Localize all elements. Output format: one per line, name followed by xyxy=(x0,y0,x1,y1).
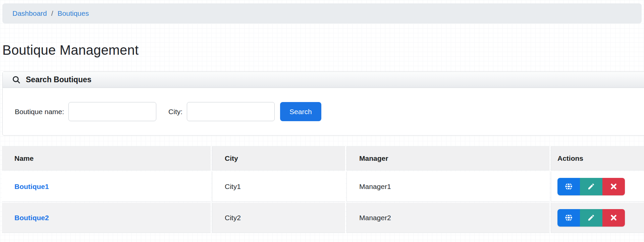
boutiques-table: Name City Manager Actions Boutique1 City… xyxy=(0,145,644,234)
row-actions xyxy=(557,178,625,195)
globe-icon xyxy=(564,213,573,222)
table-row: Boutique1 City1 Manager1 xyxy=(2,172,644,202)
pencil-icon xyxy=(587,183,595,190)
column-header-name: Name xyxy=(2,146,211,171)
globe-icon xyxy=(564,182,573,191)
edit-button[interactable] xyxy=(580,209,602,227)
manager-cell: Manager1 xyxy=(347,172,549,202)
column-header-actions: Actions xyxy=(551,146,644,171)
boutique-name-link[interactable]: Boutique2 xyxy=(14,214,49,222)
city-label: City: xyxy=(168,108,182,116)
page-title: Boutique Management xyxy=(2,43,644,57)
table-header-row: Name City Manager Actions xyxy=(2,146,644,171)
column-header-manager: Manager xyxy=(347,146,549,171)
website-button[interactable] xyxy=(557,209,580,227)
x-icon xyxy=(610,183,617,190)
city-input[interactable] xyxy=(187,102,275,121)
city-cell: City2 xyxy=(212,203,345,233)
boutique-name-link[interactable]: Boutique1 xyxy=(14,183,49,190)
x-icon xyxy=(610,214,617,221)
search-icon xyxy=(12,75,21,84)
boutique-name-input[interactable] xyxy=(68,102,156,121)
pencil-icon xyxy=(587,214,595,222)
boutique-name-label: Boutique name: xyxy=(15,108,64,116)
edit-button[interactable] xyxy=(580,178,602,195)
search-panel-header: Search Boutiques xyxy=(3,72,644,88)
search-form: Boutique name: City: Search xyxy=(3,88,644,135)
table-row: Boutique2 City2 Manager2 xyxy=(2,203,644,233)
column-header-city: City xyxy=(212,146,345,171)
manager-cell: Manager2 xyxy=(347,203,549,233)
breadcrumb-separator: / xyxy=(51,9,53,17)
breadcrumb-link-dashboard[interactable]: Dashboard xyxy=(12,9,47,17)
website-button[interactable] xyxy=(557,178,580,195)
search-button[interactable]: Search xyxy=(280,102,321,121)
row-actions xyxy=(557,209,625,227)
delete-button[interactable] xyxy=(602,178,625,195)
delete-button[interactable] xyxy=(602,209,625,227)
city-cell: City1 xyxy=(212,172,345,202)
search-panel: Search Boutiques Boutique name: City: Se… xyxy=(2,71,644,136)
search-panel-title: Search Boutiques xyxy=(26,75,92,84)
breadcrumb: Dashboard / Boutiques xyxy=(2,3,642,23)
breadcrumb-link-boutiques[interactable]: Boutiques xyxy=(58,9,89,17)
